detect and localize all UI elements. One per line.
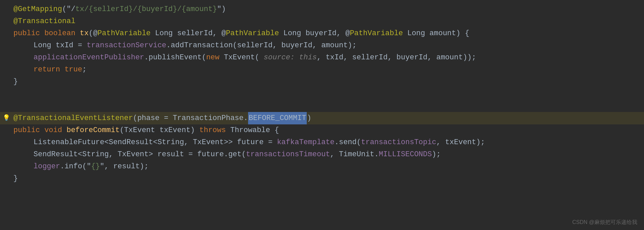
code-line-14: logger.info("{}", result); [0,161,644,173]
code-line-11: public void beforeCommit(TxEvent txEvent… [0,124,644,136]
annotation-transactional-event-listener: @TransactionalEventListener [13,112,133,124]
code-line-4: Long txId = transactionService.addTransa… [0,40,644,52]
code-line-7: } [0,76,644,88]
code-line-empty-2 [0,100,644,112]
code-line-2: @Transactional [0,15,644,27]
annotation-getmapping: @GetMapping [13,3,62,15]
code-line-12: ListenableFuture<SendResult<String, TxEv… [0,136,644,149]
code-line-15: } [0,173,644,185]
before-commit-highlight: BEFORE_COMMIT [248,112,307,124]
code-line-3: public boolean tx(@PathVariable Long sel… [0,27,644,40]
lightbulb-icon: 💡 [3,113,10,123]
code-line-10: 💡 @TransactionalEventListener(phase = Tr… [0,112,644,124]
code-line-13: SendResult<String, TxEvent> result = fut… [0,149,644,161]
code-line-empty-1 [0,88,644,100]
code-line-5: applicationEventPublisher.publishEvent(n… [0,52,644,64]
annotation-transactional: @Transactional [13,15,75,27]
code-line-1: @GetMapping("/tx/{sellerId}/{buyerId}/{a… [0,3,644,15]
watermark: CSDN @麻烦把可乐递给我 [572,218,637,227]
code-line-6: return true; [0,64,644,76]
code-editor: @GetMapping("/tx/{sellerId}/{buyerId}/{a… [0,0,644,230]
